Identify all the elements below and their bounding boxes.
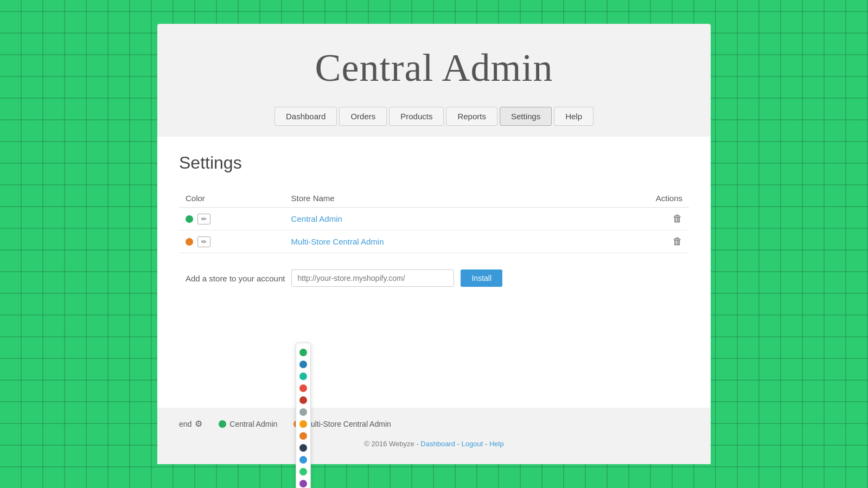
nav-dashboard[interactable]: Dashboard	[275, 107, 337, 126]
color-picker-dropdown	[296, 343, 311, 488]
picker-color-blue[interactable]	[299, 361, 307, 368]
nav-bar: Dashboard Orders Products Reports Settin…	[157, 101, 711, 137]
col-actions: Actions	[578, 189, 689, 208]
backend-text: end	[179, 420, 192, 428]
color-dot-1	[186, 215, 193, 223]
table-row: ✏ Multi-Store Central Admin 🗑	[179, 230, 689, 253]
footer-link-help[interactable]: Help	[489, 440, 504, 448]
footer-links: © 2016 Webyze - Dashboard - Logout - Hel…	[179, 434, 689, 453]
page-heading: Settings	[179, 153, 689, 173]
app-title: Central Admin	[168, 46, 700, 91]
color-dot-2	[186, 238, 193, 246]
row1-color-cell: ✏	[179, 208, 285, 230]
nav-help[interactable]: Help	[554, 107, 593, 126]
row2-color-cell: ✏	[179, 230, 285, 253]
footer-sep-1: -	[457, 440, 462, 448]
row2-actions: 🗑	[578, 230, 689, 253]
picker-color-yellow[interactable]	[299, 420, 307, 428]
nav-products[interactable]: Products	[389, 107, 444, 126]
col-store-name: Store Name	[285, 189, 579, 208]
table-row: ✏ Central Admin 🗑	[179, 208, 689, 230]
store-link-2[interactable]: Multi-Store Central Admin	[291, 237, 384, 246]
settings-table: Color Store Name Actions ✏ Central Admin	[179, 189, 689, 253]
edit-color-btn-2[interactable]: ✏	[197, 236, 210, 247]
backend-label: end ⚙	[179, 419, 202, 429]
picker-color-lime[interactable]	[299, 468, 307, 476]
row1-store-name: Central Admin	[285, 208, 579, 230]
picker-color-red[interactable]	[299, 396, 307, 404]
store-url-input[interactable]	[291, 269, 454, 287]
footer-sep-2: -	[485, 440, 489, 448]
picker-color-teal[interactable]	[299, 373, 307, 380]
color-actions-group-2: ✏	[186, 236, 278, 247]
legend-label-1: Central Admin	[229, 420, 277, 428]
delete-btn-1[interactable]: 🗑	[673, 213, 682, 224]
edit-color-btn-1[interactable]: ✏	[197, 214, 210, 224]
nav-orders[interactable]: Orders	[339, 107, 387, 126]
legend-label-2: Multi-Store Central Admin	[304, 420, 391, 428]
app-window: Central Admin Dashboard Orders Products …	[157, 24, 711, 464]
content-area: Settings Color Store Name Actions ✏	[157, 137, 711, 408]
picker-color-green[interactable]	[299, 349, 307, 356]
legend-row: end ⚙ Central Admin Multi-Store Central …	[179, 419, 689, 429]
color-actions-group: ✏	[186, 214, 278, 224]
legend-dot-1	[219, 420, 226, 428]
store-link-1[interactable]: Central Admin	[291, 214, 342, 223]
footer-area: end ⚙ Central Admin Multi-Store Central …	[157, 408, 711, 464]
row1-actions: 🗑	[578, 208, 689, 230]
footer-copyright: © 2016 Webyze -	[364, 440, 418, 448]
gear-icon: ⚙	[195, 419, 202, 429]
nav-reports[interactable]: Reports	[446, 107, 497, 126]
footer-link-dashboard[interactable]: Dashboard	[420, 440, 455, 448]
footer-link-logout[interactable]: Logout	[462, 440, 483, 448]
picker-color-orange-red[interactable]	[299, 384, 307, 392]
picker-color-orange[interactable]	[299, 432, 307, 440]
picker-color-dark[interactable]	[299, 444, 307, 452]
nav-settings[interactable]: Settings	[500, 107, 552, 126]
delete-btn-2[interactable]: 🗑	[673, 236, 682, 247]
picker-color-sky[interactable]	[299, 456, 307, 464]
install-button[interactable]: Install	[461, 269, 502, 287]
app-header: Central Admin	[157, 24, 711, 101]
col-color: Color	[179, 189, 285, 208]
add-store-label: Add a store to your account	[186, 274, 285, 283]
row2-store-name: Multi-Store Central Admin	[285, 230, 579, 253]
picker-color-purple[interactable]	[299, 480, 307, 487]
add-store-row: Add a store to your account Install	[179, 264, 689, 292]
picker-color-gray[interactable]	[299, 408, 307, 416]
legend-item-1: Central Admin	[219, 420, 277, 428]
